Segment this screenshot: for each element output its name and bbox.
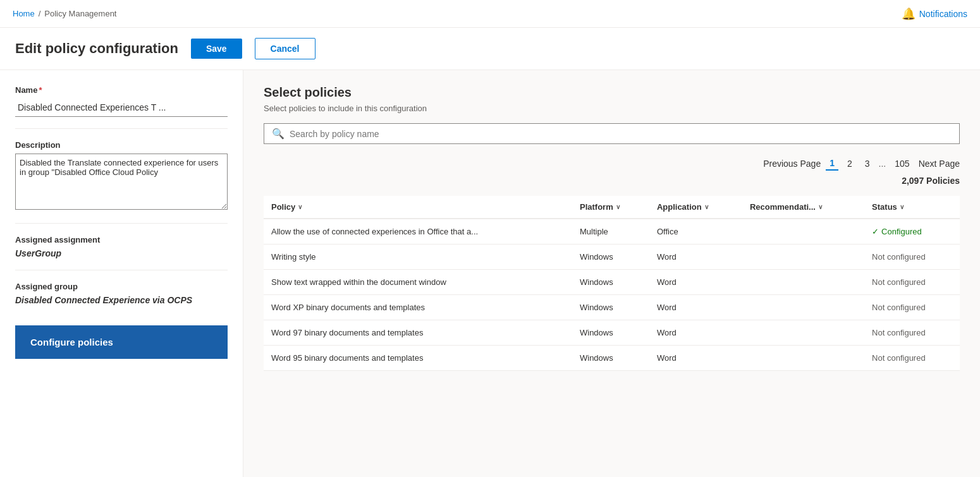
recommendation-cell xyxy=(742,245,864,270)
page-title: Edit policy configuration xyxy=(15,40,178,57)
page-header: Edit policy configuration Save Cancel xyxy=(0,28,980,70)
platform-cell: Multiple xyxy=(572,219,649,245)
column-status[interactable]: Status ∨ xyxy=(864,196,960,219)
platform-cell: Windows xyxy=(572,320,649,346)
notifications-label: Notifications xyxy=(919,9,967,19)
recommendation-cell xyxy=(742,320,864,346)
breadcrumb-home[interactable]: Home xyxy=(13,9,35,18)
assigned-assignment-value: UserGroup xyxy=(15,248,228,258)
status-cell: Not configured xyxy=(864,270,960,295)
column-platform[interactable]: Platform ∨ xyxy=(572,196,649,219)
table-row[interactable]: Word 97 binary documents and templatesWi… xyxy=(264,320,960,346)
policy-cell: Writing style xyxy=(264,245,572,270)
policy-cell: Word XP binary documents and templates xyxy=(264,295,572,320)
search-icon: 🔍 xyxy=(272,128,285,140)
name-divider xyxy=(15,128,228,129)
recommendation-sort[interactable]: Recommendati... ∨ xyxy=(750,202,823,212)
name-label: Name* xyxy=(15,85,228,95)
search-input[interactable] xyxy=(290,129,952,139)
status-badge: Not configured xyxy=(872,252,926,262)
recommendation-cell xyxy=(742,346,864,371)
application-cell: Word xyxy=(649,270,742,295)
notifications-button[interactable]: 🔔 Notifications xyxy=(902,7,967,21)
pagination-ellipsis: ... xyxy=(879,159,886,169)
breadcrumb: Home / Policy Management xyxy=(13,9,116,18)
assignment-divider xyxy=(15,270,228,270)
platform-cell: Windows xyxy=(572,270,649,295)
application-cell: Word xyxy=(649,320,742,346)
assigned-assignment-label: Assigned assignment xyxy=(15,235,228,245)
assigned-group-label: Assigned group xyxy=(15,282,228,291)
table-row[interactable]: Show text wrapped within the document wi… xyxy=(264,270,960,295)
top-nav: Home / Policy Management 🔔 Notifications xyxy=(0,0,980,28)
status-cell: Not configured xyxy=(864,245,960,270)
page-last-button[interactable]: 105 xyxy=(891,157,913,170)
platform-cell: Windows xyxy=(572,295,649,320)
status-sort-icon: ∨ xyxy=(900,203,904,210)
check-icon: ✓ xyxy=(872,227,879,236)
recommendation-sort-icon: ∨ xyxy=(818,203,823,210)
status-badge: Not configured xyxy=(872,277,926,287)
policy-cell: Word 95 binary documents and templates xyxy=(264,346,572,371)
assigned-group-value: Disabled Connected Experience via OCPS xyxy=(15,295,228,305)
next-page-button[interactable]: Next Page xyxy=(919,159,960,169)
table-row[interactable]: Allow the use of connected experiences i… xyxy=(264,219,960,245)
policy-table: Policy ∨ Platform ∨ Application ∨ xyxy=(264,196,960,371)
status-cell: ✓Configured xyxy=(864,219,960,245)
pagination: Previous Page 1 2 3 ... 105 Next Page xyxy=(264,157,960,171)
application-cell: Word xyxy=(649,245,742,270)
select-policies-title: Select policies xyxy=(264,85,960,100)
table-header-row: Policy ∨ Platform ∨ Application ∨ xyxy=(264,196,960,219)
platform-sort-icon: ∨ xyxy=(616,203,620,210)
name-input[interactable] xyxy=(15,99,228,117)
main-layout: Name* Description Disabled the Translate… xyxy=(0,70,980,477)
application-sort[interactable]: Application ∨ xyxy=(657,202,709,212)
right-panel: Select policies Select policies to inclu… xyxy=(243,70,980,477)
policy-count: 2,097 Policies xyxy=(264,176,960,186)
page-3-button[interactable]: 3 xyxy=(861,157,874,170)
bell-icon: 🔔 xyxy=(902,7,916,21)
platform-cell: Windows xyxy=(572,346,649,371)
recommendation-col-label: Recommendati... xyxy=(750,202,816,212)
status-cell: Not configured xyxy=(864,295,960,320)
policy-cell: Show text wrapped within the document wi… xyxy=(264,270,572,295)
previous-page-button[interactable]: Previous Page xyxy=(763,159,821,169)
column-application[interactable]: Application ∨ xyxy=(649,196,742,219)
recommendation-cell xyxy=(742,270,864,295)
configure-policies-button[interactable]: Configure policies xyxy=(15,325,228,359)
policy-cell: Allow the use of connected experiences i… xyxy=(264,219,572,245)
recommendation-cell xyxy=(742,219,864,245)
page-2-button[interactable]: 2 xyxy=(843,157,856,170)
platform-col-label: Platform xyxy=(580,202,613,212)
column-recommendation[interactable]: Recommendati... ∨ xyxy=(742,196,864,219)
save-button[interactable]: Save xyxy=(191,39,242,59)
description-divider xyxy=(15,223,228,224)
policy-sort-icon: ∨ xyxy=(298,203,302,210)
status-badge: Not configured xyxy=(872,328,926,337)
table-row[interactable]: Word 95 binary documents and templatesWi… xyxy=(264,346,960,371)
page-1-button[interactable]: 1 xyxy=(826,157,838,171)
status-badge: Not configured xyxy=(872,303,926,312)
policy-col-label: Policy xyxy=(271,202,295,212)
column-policy[interactable]: Policy ∨ xyxy=(264,196,572,219)
application-cell: Word xyxy=(649,295,742,320)
platform-sort[interactable]: Platform ∨ xyxy=(580,202,620,212)
status-sort[interactable]: Status ∨ xyxy=(872,202,904,212)
table-row[interactable]: Word XP binary documents and templatesWi… xyxy=(264,295,960,320)
breadcrumb-current: Policy Management xyxy=(44,9,116,18)
policy-sort[interactable]: Policy ∨ xyxy=(271,202,302,212)
description-label: Description xyxy=(15,140,228,150)
cancel-button[interactable]: Cancel xyxy=(255,38,315,59)
description-textarea[interactable]: Disabled the Translate connected experie… xyxy=(15,154,228,210)
left-panel: Name* Description Disabled the Translate… xyxy=(0,70,243,477)
name-required: * xyxy=(39,85,42,95)
application-sort-icon: ∨ xyxy=(704,203,709,210)
application-col-label: Application xyxy=(657,202,702,212)
select-policies-subtitle: Select policies to include in this confi… xyxy=(264,104,960,113)
status-col-label: Status xyxy=(872,202,897,212)
table-row[interactable]: Writing styleWindowsWordNot configured xyxy=(264,245,960,270)
status-cell: Not configured xyxy=(864,320,960,346)
breadcrumb-separator: / xyxy=(39,9,41,18)
platform-cell: Windows xyxy=(572,245,649,270)
application-cell: Word xyxy=(649,346,742,371)
